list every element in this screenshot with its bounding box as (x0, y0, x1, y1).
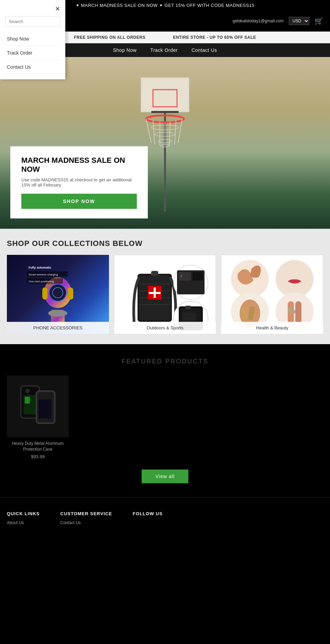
product-card-1[interactable]: Heavy Duty Metal Aluminum Protection Cas… (7, 375, 69, 459)
svg-text:Smart wireless charging: Smart wireless charging (29, 273, 58, 276)
hero-sale-title: MARCH MADNESS SALE ON NOW (21, 156, 137, 174)
featured-title: FEATURED PRODUCTS (7, 358, 323, 365)
nav-track-order[interactable]: Track Order (150, 47, 178, 53)
hero-section: MARCH MADNESS SALE ON NOW Use code MADNE… (0, 57, 330, 229)
footer-col-customer-service: CUSTOMER SERVICE Contact Us (60, 511, 112, 527)
collection-card-beauty[interactable]: Health & Beauty (221, 255, 323, 334)
svg-rect-66 (25, 397, 30, 404)
svg-rect-59 (295, 301, 301, 324)
announcement-text: ✦ MARCH MADNESS SALE ON NOW ✦ GET 15% OF… (76, 3, 254, 8)
footer-col-follow-us: FOLLOW US (133, 511, 163, 527)
svg-rect-21 (42, 287, 47, 300)
svg-rect-49 (182, 313, 196, 323)
footer-contact-us-link[interactable]: Contact Us (60, 520, 112, 525)
svg-point-63 (26, 389, 29, 393)
hero-sale-desc: Use code MADNESS15 at checkout to get an… (21, 177, 137, 188)
beauty-svg (224, 257, 320, 332)
shipping-right: ENTIRE STORE - UP TO 60% OFF SALE (173, 35, 256, 40)
mobile-menu: ✕ Shop Now Track Order Contact Us (0, 0, 65, 79)
svg-rect-39 (149, 292, 161, 294)
svg-point-51 (276, 260, 314, 298)
svg-line-8 (153, 120, 155, 145)
footer-follow-us-title: FOLLOW US (133, 511, 163, 516)
svg-point-19 (48, 310, 67, 317)
svg-line-12 (175, 120, 176, 145)
footer-columns: QUICK LINKS About Us CUSTOMER SERVICE Co… (7, 511, 323, 527)
phone-mount-svg: Fully automatic Smart wireless charging … (23, 258, 92, 330)
currency-select[interactable]: USD CAD EUR (289, 17, 309, 25)
collection-card-phone[interactable]: Fully automatic Smart wireless charging … (7, 255, 109, 334)
hero-shop-now-button[interactable]: SHOP NOW (21, 194, 137, 209)
svg-rect-43 (192, 272, 203, 281)
mobile-nav-contact-us[interactable]: Contact Us (5, 60, 60, 74)
footer-customer-service-title: CUSTOMER SERVICE (60, 511, 112, 516)
collections-section: SHOP OUR COLLECTIONS BELOW (0, 229, 330, 344)
phone-accessories-label: PHONE ACCESSORIES (7, 322, 109, 334)
nav-shop-now[interactable]: Shop Now (113, 47, 137, 53)
svg-rect-36 (151, 271, 158, 275)
product-name-1: Heavy Duty Metal Aluminum Protection Cas… (7, 441, 69, 452)
collections-grid: Fully automatic Smart wireless charging … (7, 255, 323, 334)
product-price-1: $93.99 (7, 454, 69, 459)
mobile-nav-track-order[interactable]: Track Order (5, 46, 60, 60)
header-email: getdealstoday1@gmail.com (233, 19, 284, 23)
footer: QUICK LINKS About Us CUSTOMER SERVICE Co… (0, 497, 330, 541)
svg-text:+: + (180, 273, 183, 279)
svg-line-13 (178, 119, 182, 143)
hero-content-box: MARCH MADNESS SALE ON NOW Use code MADNE… (10, 146, 148, 218)
nav-contact-us[interactable]: Contact Us (191, 47, 217, 53)
svg-point-23 (49, 284, 66, 301)
close-menu-button[interactable]: ✕ (55, 5, 60, 13)
header-right: getdealstoday1@gmail.com USD CAD EUR 🛒 (233, 17, 323, 25)
collections-title: SHOP OUR COLLECTIONS BELOW (7, 239, 323, 248)
svg-rect-5 (151, 111, 179, 113)
svg-text:Fully automatic: Fully automatic (29, 266, 51, 269)
health-beauty-label: Health & Beauty (221, 322, 323, 334)
mobile-nav-shop-now[interactable]: Shop Now (5, 32, 60, 46)
svg-line-7 (146, 119, 151, 143)
view-all-button[interactable]: View all (142, 470, 188, 483)
shipping-left: FREE SHIPPING ON ALL ORDERS (74, 35, 145, 40)
collection-card-outdoors[interactable]: + Outdoors & Sports (114, 255, 216, 334)
svg-text:One-click positioning: One-click positioning (29, 280, 54, 283)
menu-close-row: ✕ (5, 5, 60, 13)
cart-icon[interactable]: 🛒 (315, 17, 323, 25)
outdoors-sports-label: Outdoors & Sports (114, 322, 216, 334)
footer-col-quick-links: QUICK LINKS About Us (7, 511, 40, 527)
outdoors-svg: + (117, 257, 213, 332)
product-image-1 (7, 375, 69, 437)
svg-rect-69 (38, 399, 51, 418)
footer-about-us-link[interactable]: About Us (7, 520, 40, 525)
svg-rect-48 (186, 306, 191, 309)
products-grid: Heavy Duty Metal Aluminum Protection Cas… (7, 375, 323, 459)
featured-section: FEATURED PRODUCTS (0, 344, 330, 497)
footer-quick-links-title: QUICK LINKS (7, 511, 40, 516)
phone-case-svg (10, 379, 65, 434)
mobile-search-input[interactable] (5, 16, 60, 27)
svg-rect-22 (68, 287, 73, 300)
